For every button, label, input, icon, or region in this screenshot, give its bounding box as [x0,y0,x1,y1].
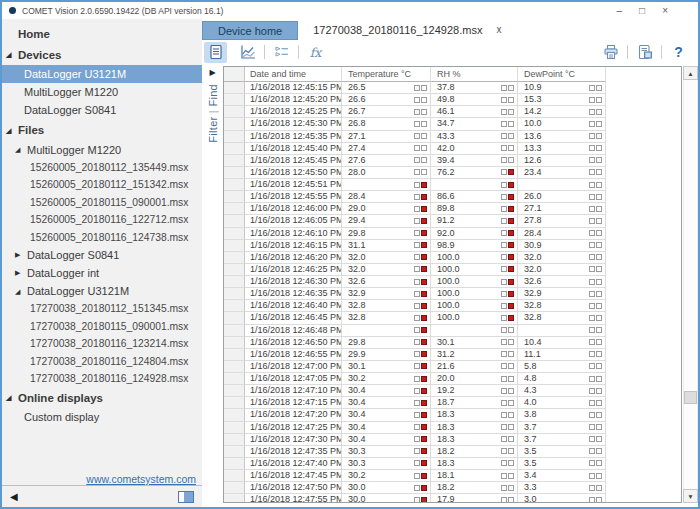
cell-rh[interactable]: 30.1 [431,337,518,349]
close-button[interactable]: × [662,6,668,16]
cell-dewpoint[interactable]: 3.0 [518,494,606,503]
cell-datetime[interactable]: 1/16/2018 12:45:30 PM [245,118,342,130]
cell-rh[interactable] [431,179,518,191]
tab-device-home[interactable]: Device home [202,21,298,40]
scrollbar-up-button[interactable]: ▲ [683,66,698,80]
row-header-cell[interactable] [224,361,245,373]
row-header-cell[interactable] [224,300,245,312]
cell-temperature[interactable]: 32.9 [342,288,431,300]
tab-close-icon[interactable]: x [496,24,501,35]
export-button[interactable] [633,42,656,63]
cell-rh[interactable]: 17.9 [431,494,518,503]
cell-temperature[interactable]: 30.3 [342,458,431,470]
cell-dewpoint[interactable]: 5.8 [518,361,606,373]
cell-datetime[interactable]: 1/16/2018 12:47:00 PM [245,361,342,373]
sidebar-item-20[interactable]: ◢Online displays [2,387,202,408]
cell-temperature[interactable]: 30.0 [342,482,431,494]
cell-dewpoint[interactable]: 10.4 [518,337,606,349]
cell-temperature[interactable]: 30.4 [342,385,431,397]
cell-dewpoint[interactable]: 28.4 [518,228,606,240]
cell-datetime[interactable]: 1/16/2018 12:47:20 PM [245,409,342,421]
cell-temperature[interactable]: 32.0 [342,252,431,264]
row-header-cell[interactable] [224,397,245,409]
cell-datetime[interactable]: 1/16/2018 12:47:05 PM [245,373,342,385]
cell-datetime[interactable]: 1/16/2018 12:45:35 PM [245,131,342,143]
cell-temperature[interactable]: 30.2 [342,373,431,385]
cell-dewpoint[interactable]: 13.6 [518,131,606,143]
cell-rh[interactable]: 100.0 [431,288,518,300]
sidebar-file-15[interactable]: 17270038_20180112_151345.msx [2,300,202,317]
cell-datetime[interactable]: 1/16/2018 12:46:35 PM [245,288,342,300]
panel-layout-button[interactable] [178,491,194,503]
cell-dewpoint[interactable]: 3.7 [518,422,606,434]
cell-datetime[interactable]: 1/16/2018 12:47:55 PM [245,494,342,503]
cell-rh[interactable]: 18.7 [431,397,518,409]
cell-rh[interactable]: 49.8 [431,94,518,106]
row-header-cell[interactable] [224,203,245,215]
cell-temperature[interactable]: 32.8 [342,300,431,312]
sidebar-file-18[interactable]: 17270038_20180116_124804.msx [2,352,202,369]
sidebar-file-9[interactable]: 15260005_20180115_090001.msx [2,194,202,211]
minimize-button[interactable]: – [617,6,623,16]
cell-dewpoint[interactable]: 4.0 [518,397,606,409]
row-header-cell[interactable] [224,94,245,106]
table-view-button[interactable] [204,42,227,63]
cell-datetime[interactable]: 1/16/2018 12:45:45 PM [245,155,342,167]
cell-temperature[interactable]: 26.8 [342,118,431,130]
cell-rh[interactable]: 18.3 [431,422,518,434]
cell-rh[interactable]: 100.0 [431,312,518,324]
expanded-tree-arrow-icon[interactable]: ◢ [6,51,18,58]
tab-filter[interactable]: Filter [207,116,219,142]
cell-dewpoint[interactable]: 30.9 [518,240,606,252]
row-header-cell[interactable] [224,312,245,324]
cell-dewpoint[interactable]: 3.3 [518,482,606,494]
cell-temperature[interactable] [342,325,431,337]
sidebar-item-1[interactable]: ◢Devices [2,44,202,65]
cell-datetime[interactable]: 1/16/2018 12:47:50 PM [245,482,342,494]
cell-datetime[interactable]: 1/16/2018 12:47:15 PM [245,397,342,409]
tab-find[interactable]: Find [207,84,219,107]
cell-temperature[interactable]: 30.1 [342,361,431,373]
row-header-cell[interactable] [224,373,245,385]
cell-temperature[interactable] [342,179,431,191]
cell-datetime[interactable]: 1/16/2018 12:47:30 PM [245,434,342,446]
cell-temperature[interactable]: 28.0 [342,167,431,179]
cell-temperature[interactable]: 30.0 [342,494,431,503]
cell-dewpoint[interactable]: 27.1 [518,203,606,215]
cell-dewpoint[interactable]: 32.0 [518,252,606,264]
sidebar-item-0[interactable]: Home [2,23,202,44]
graph-view-button[interactable] [236,42,259,63]
row-header-cell[interactable] [224,106,245,118]
cell-rh[interactable]: 18.1 [431,470,518,482]
cell-dewpoint[interactable]: 23.4 [518,167,606,179]
sidebar-item-6[interactable]: ◢MultiLogger M1220 [2,141,202,159]
row-header-cell[interactable] [224,434,245,446]
sidebar-item-2[interactable]: DataLogger U3121M [2,65,202,83]
cell-rh[interactable]: 19.2 [431,385,518,397]
cell-temperature[interactable]: 32.8 [342,312,431,324]
cell-datetime[interactable]: 1/16/2018 12:46:00 PM [245,203,342,215]
cell-rh[interactable]: 43.3 [431,131,518,143]
cell-rh[interactable]: 100.0 [431,300,518,312]
cell-temperature[interactable]: 29.8 [342,337,431,349]
cell-dewpoint[interactable]: 15.3 [518,94,606,106]
cell-dewpoint[interactable]: 14.2 [518,106,606,118]
cell-rh[interactable]: 31.2 [431,349,518,361]
row-header-cell[interactable] [224,422,245,434]
cell-datetime[interactable]: 1/16/2018 12:45:50 PM [245,167,342,179]
sidebar-item-3[interactable]: MultiLogger M1220 [2,83,202,101]
row-header-cell[interactable] [224,228,245,240]
cell-temperature[interactable]: 32.6 [342,276,431,288]
function-button[interactable]: fx [304,42,327,63]
cell-rh[interactable]: 18.2 [431,482,518,494]
expand-panel-icon[interactable]: ▶ [209,69,215,77]
sidebar-file-10[interactable]: 15260005_20180116_122712.msx [2,211,202,228]
cell-datetime[interactable]: 1/16/2018 12:45:55 PM [245,191,342,203]
cell-temperature[interactable]: 31.1 [342,240,431,252]
row-header-cell[interactable] [224,191,245,203]
sidebar-file-7[interactable]: 15260005_20180112_135449.msx [2,159,202,176]
cell-temperature[interactable]: 29.8 [342,228,431,240]
expanded-tree-arrow-icon[interactable]: ◢ [15,146,27,153]
cell-datetime[interactable]: 1/16/2018 12:46:48 PM [245,325,342,337]
row-header-cell[interactable] [224,458,245,470]
